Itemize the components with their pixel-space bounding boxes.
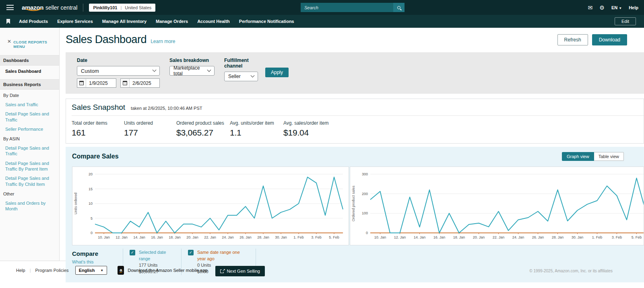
svg-text:28. Jan: 28. Jan (257, 235, 269, 239)
search-input[interactable] (301, 3, 393, 12)
top-header: amazon seller central Pinklilly101 | Uni… (0, 0, 644, 15)
page-title: Sales Dashboard (66, 33, 147, 46)
metric-avg-units-per-order: Avg. units/order item 1.1 (230, 120, 283, 138)
svg-text:26. Jan: 26. Jan (239, 235, 252, 239)
footer-program-policies-link[interactable]: Program Policies (35, 268, 68, 273)
prior-year-checkbox[interactable]: ✓ (188, 250, 194, 255)
svg-text:12. Jan: 12. Jan (116, 235, 128, 239)
sidebar-item-detail-page-sales-traffic[interactable]: Detail Page Sales and Traffic (0, 109, 59, 124)
seller-central-label: seller central (45, 4, 77, 11)
sales-breakdown-select[interactable]: Marketplace total (169, 66, 215, 76)
download-button[interactable]: Download (592, 34, 627, 45)
copyright-text: © 1999-2025, Amazon.com, Inc. or its aff… (529, 269, 613, 273)
close-reports-menu[interactable]: ✕ CLOSE REPORTS MENU (7, 40, 55, 49)
compare-sales-panel: Compare Sales Graph view Table view 0510… (66, 147, 644, 282)
seller-central-logo[interactable]: amazon seller central (22, 4, 77, 11)
svg-text:1. Feb: 1. Feb (592, 235, 603, 239)
main-nav: Add Products Explore Services Manage All… (0, 15, 644, 28)
svg-text:15: 15 (89, 187, 93, 191)
sidebar-item-seller-performance[interactable]: Seller Performance (0, 124, 59, 133)
table-view-button[interactable]: Table view (594, 152, 624, 161)
svg-text:5. Feb: 5. Feb (632, 235, 642, 239)
calendar-icon[interactable] (121, 79, 130, 87)
metric-ordered-product-sales: Ordered product sales $3,065.27 (176, 120, 230, 138)
sidebar-item-sales-orders-by-month[interactable]: Sales and Orders by Month (0, 198, 59, 213)
graph-view-button[interactable]: Graph view (562, 152, 594, 161)
prior-year-label[interactable]: Same date range one year ago (197, 249, 248, 262)
refresh-button[interactable]: Refresh (557, 34, 588, 45)
sidebar-group-other: Other (0, 188, 59, 198)
apply-button[interactable]: Apply (265, 68, 289, 77)
end-date-field (120, 78, 160, 88)
sidebar-item-sales-dashboard[interactable]: Sales Dashboard (0, 66, 59, 77)
account-name: Pinklilly101 (93, 5, 117, 10)
download-app-link[interactable]: Download the Amazon Seller mobile app (128, 268, 207, 273)
close-icon: ✕ (7, 40, 11, 43)
svg-text:20. Jan: 20. Jan (186, 235, 198, 239)
svg-text:16. Jan: 16. Jan (433, 235, 446, 239)
svg-text:24. Jan: 24. Jan (222, 235, 234, 239)
svg-text:28. Jan: 28. Jan (552, 235, 564, 239)
learn-more-link[interactable]: Learn more (151, 39, 175, 44)
whats-this-link[interactable]: What's this (72, 259, 120, 264)
header-actions: ✉ ⚙ EN ▼ Help (588, 0, 638, 15)
end-date-input[interactable] (130, 80, 159, 86)
svg-text:200: 200 (362, 192, 368, 196)
selected-range-label[interactable]: Selected date range (139, 249, 173, 262)
search-button[interactable] (393, 3, 405, 12)
date-range-select[interactable]: Custom (77, 66, 160, 76)
compare-sales-title: Compare Sales (72, 153, 119, 160)
start-date-field (77, 78, 116, 88)
nav-manage-orders[interactable]: Manage Orders (156, 19, 188, 24)
svg-text:0: 0 (366, 231, 368, 235)
nav-explore-services[interactable]: Explore Services (57, 19, 93, 24)
footer-language-select[interactable]: English▼ (75, 266, 107, 275)
sales-snapshot-panel: Sales Snapshot taken at 2/6/2025, 10:00:… (66, 99, 644, 144)
reports-sidebar: ✕ CLOSE REPORTS MENU Dashboards Sales Da… (0, 28, 60, 261)
help-link[interactable]: Help (629, 5, 638, 10)
nav-manage-all-inventory[interactable]: Manage All Inventory (102, 19, 147, 24)
messages-icon[interactable]: ✉ (588, 4, 593, 11)
metric-units-ordered: Units ordered 177 (124, 120, 176, 138)
footer-help-link[interactable]: Help (16, 268, 25, 273)
svg-text:0: 0 (91, 231, 93, 235)
next-gen-selling-button[interactable]: Next Gen Selling (215, 266, 265, 276)
svg-text:14. Jan: 14. Jan (414, 235, 426, 239)
language-switcher[interactable]: EN ▼ (611, 5, 622, 10)
footer-separator: | (30, 268, 31, 273)
selected-range-checkbox[interactable]: ✓ (130, 250, 135, 255)
account-switcher[interactable]: Pinklilly101 | United States (89, 4, 155, 12)
snapshot-timestamp: taken at 2/6/2025, 10:00:46 AM PST (131, 106, 202, 111)
sidebar-group-by-asin: By ASIN (0, 133, 59, 143)
sidebar-item-detail-page-child-item[interactable]: Detail Page Sales and Traffic By Child I… (0, 173, 59, 188)
chevron-down-icon (153, 68, 157, 72)
metric-total-order-items: Total order items 161 (72, 120, 124, 138)
edit-nav-button[interactable]: Edit (615, 17, 636, 25)
fulfillment-channel-label: Fulfillment channel (224, 58, 258, 69)
nav-performance-notifications[interactable]: Performance Notifications (239, 19, 294, 24)
svg-text:18. Jan: 18. Jan (169, 235, 181, 239)
sidebar-item-sales-and-traffic[interactable]: Sales and Traffic (0, 99, 59, 109)
amazon-app-icon[interactable]: a (118, 266, 124, 275)
calendar-icon[interactable] (77, 79, 86, 87)
start-date-input[interactable] (86, 80, 116, 86)
header-divider (83, 4, 83, 12)
svg-text:300: 300 (362, 172, 368, 176)
settings-gear-icon[interactable]: ⚙ (599, 4, 605, 11)
sidebar-item-detail-page-parent-item[interactable]: Detail Page Sales and Traffic By Parent … (0, 158, 59, 173)
nav-account-health[interactable]: Account Health (197, 19, 230, 24)
nav-add-products[interactable]: Add Products (19, 19, 48, 24)
svg-text:16. Jan: 16. Jan (151, 235, 163, 239)
svg-text:14. Jan: 14. Jan (133, 235, 145, 239)
svg-text:Units ordered: Units ordered (74, 193, 78, 214)
ordered-product-sales-chart-card: 010020030010. Jan12. Jan14. Jan16. Jan18… (350, 167, 644, 245)
bookmark-icon[interactable] (6, 19, 10, 24)
svg-text:26. Jan: 26. Jan (532, 235, 544, 239)
marketplace-name: United States (125, 5, 151, 10)
hamburger-menu-icon[interactable] (6, 5, 14, 10)
svg-text:12. Jan: 12. Jan (394, 235, 406, 239)
svg-text:1. Feb: 1. Feb (293, 235, 304, 239)
fulfillment-channel-select[interactable]: Seller (224, 72, 258, 81)
sidebar-item-detail-page-sales-traffic-asin[interactable]: Detail Page Sales and Traffic (0, 143, 59, 158)
external-link-icon (220, 269, 224, 273)
